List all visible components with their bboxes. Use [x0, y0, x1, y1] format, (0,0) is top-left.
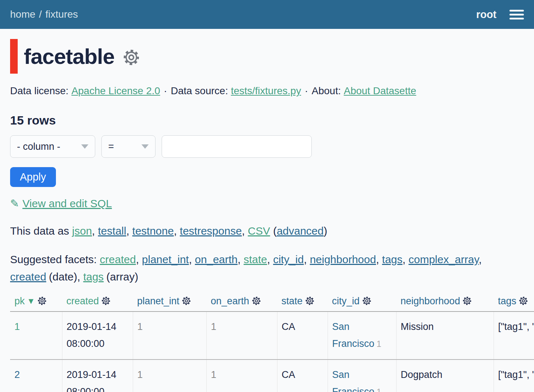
column-header-planet-int: planet_int: [133, 293, 206, 312]
table-row: 1 2019-01-14 08:00:00 1 1 CA San Francis…: [10, 312, 534, 360]
about-label: About:: [312, 85, 341, 96]
cell-neighborhood: Mission: [396, 312, 494, 360]
title-accent-bar: [10, 39, 18, 74]
sort-planet-int-link[interactable]: planet_int: [137, 296, 179, 306]
cell-city-id: San Francisco1: [328, 312, 396, 360]
city-id-link[interactable]: San Francisco: [332, 321, 375, 349]
cell-on-earth: 1: [206, 312, 277, 360]
suggested-facets-row: Suggested facets:created, planet_int, on…: [10, 251, 524, 286]
table-header-row: pk▼ created planet_int on_earth state ci…: [10, 293, 534, 312]
filter-row: - column - =: [10, 135, 524, 158]
facet-tags-array-link[interactable]: tags: [83, 271, 104, 283]
column-header-tags: tags: [494, 293, 534, 312]
city-id-link[interactable]: San Francisco: [332, 369, 375, 392]
column-header-city-id: city_id: [328, 293, 396, 312]
city-id-count: 1: [377, 339, 381, 349]
export-testall-link[interactable]: testall: [98, 225, 126, 237]
facet-complex-array-link[interactable]: complex_array: [408, 253, 479, 265]
user-root-link[interactable]: root: [476, 9, 496, 21]
facet-created-link[interactable]: created: [100, 253, 136, 265]
page-title: facetable: [24, 44, 114, 69]
filter-operator-select[interactable]: =: [101, 135, 156, 158]
about-link[interactable]: About Datasette: [344, 85, 416, 96]
cell-created: 2019-01-14 08:00:00: [62, 312, 133, 360]
column-menu-gear-icon[interactable]: [362, 296, 372, 306]
export-prefix: This data as: [10, 225, 69, 237]
facets-prefix: Suggested facets:: [10, 253, 97, 265]
sort-pk-link[interactable]: pk: [14, 296, 25, 306]
table-row: 2 2019-01-14 08:00:00 1 1 CA San Francis…: [10, 360, 534, 392]
metadata-line: Data license:Apache License 2.0·Data sou…: [10, 85, 524, 97]
breadcrumb: home / fixtures: [10, 9, 78, 20]
sort-state-link[interactable]: state: [281, 296, 303, 306]
pencil-icon: ✎: [10, 197, 19, 209]
column-header-pk: pk▼: [10, 293, 62, 312]
city-id-count: 1: [377, 387, 381, 392]
cell-planet-int: 1: [133, 360, 206, 392]
column-menu-gear-icon[interactable]: [305, 296, 315, 306]
column-menu-gear-icon[interactable]: [518, 296, 528, 306]
hamburger-menu-icon[interactable]: [509, 10, 524, 19]
results-table-container: pk▼ created planet_int on_earth state ci…: [10, 293, 534, 392]
filter-column-value: - column -: [17, 141, 60, 152]
filter-value-input[interactable]: [162, 135, 312, 158]
sort-neighborhood-link[interactable]: neighborhood: [400, 296, 460, 306]
chevron-down-icon: [141, 144, 149, 149]
facet-planet-int-link[interactable]: planet_int: [142, 253, 189, 265]
cell-neighborhood: Dogpatch: [396, 360, 494, 392]
facet-on-earth-link[interactable]: on_earth: [195, 253, 237, 265]
row-pk-link[interactable]: 2: [14, 369, 20, 380]
data-source-link[interactable]: tests/fixtures.py: [231, 85, 301, 96]
filter-operator-value: =: [108, 141, 114, 152]
facet-tags-link[interactable]: tags: [382, 253, 403, 265]
column-menu-gear-icon[interactable]: [462, 296, 472, 306]
table-settings-gear-icon[interactable]: [122, 48, 140, 66]
data-license-link[interactable]: Apache License 2.0: [71, 85, 160, 96]
cell-state: CA: [277, 360, 328, 392]
export-testnone-link[interactable]: testnone: [132, 225, 174, 237]
facet-created-date-link[interactable]: created: [10, 271, 46, 283]
cell-on-earth: 1: [206, 360, 277, 392]
sql-link-row: ✎View and edit SQL: [10, 197, 524, 210]
column-header-on-earth: on_earth: [206, 293, 277, 312]
data-source-label: Data source:: [171, 85, 228, 96]
cell-planet-int: 1: [133, 312, 206, 360]
row-pk-link[interactable]: 1: [14, 321, 20, 332]
column-menu-gear-icon[interactable]: [251, 296, 261, 306]
export-links-row: This data asjson, testall, testnone, tes…: [10, 225, 524, 237]
page-title-row: facetable: [10, 39, 524, 74]
cell-city-id: San Francisco1: [328, 360, 396, 392]
breadcrumb-home-link[interactable]: home: [10, 9, 35, 20]
cell-pk: 1: [10, 312, 62, 360]
apply-button[interactable]: Apply: [10, 167, 56, 187]
facet-neighborhood-link[interactable]: neighborhood: [310, 253, 376, 265]
facet-city-id-link[interactable]: city_id: [273, 253, 304, 265]
filter-column-select[interactable]: - column -: [10, 135, 95, 158]
cell-tags: ["tag1", "tag2"]: [494, 312, 534, 360]
view-edit-sql-link[interactable]: View and edit SQL: [22, 197, 112, 209]
export-testresponse-link[interactable]: testresponse: [180, 225, 242, 237]
column-menu-gear-icon[interactable]: [37, 296, 47, 306]
sort-city-id-link[interactable]: city_id: [332, 296, 360, 306]
sort-tags-link[interactable]: tags: [498, 296, 516, 306]
column-menu-gear-icon[interactable]: [101, 296, 111, 306]
breadcrumb-fixtures-link[interactable]: fixtures: [45, 9, 78, 20]
row-count-heading: 15 rows: [10, 113, 524, 127]
sort-created-link[interactable]: created: [66, 296, 99, 306]
cell-state: CA: [277, 312, 328, 360]
export-advanced-link[interactable]: advanced: [277, 225, 324, 237]
cell-pk: 2: [10, 360, 62, 392]
top-nav-bar: home / fixtures root: [0, 0, 534, 29]
results-table: pk▼ created planet_int on_earth state ci…: [10, 293, 534, 392]
column-header-neighborhood: neighborhood: [396, 293, 494, 312]
export-csv-link[interactable]: CSV: [248, 225, 270, 237]
export-json-link[interactable]: json: [72, 225, 92, 237]
sort-desc-icon: ▼: [27, 296, 35, 306]
chevron-down-icon: [81, 144, 88, 149]
column-header-created: created: [62, 293, 133, 312]
column-menu-gear-icon[interactable]: [181, 296, 191, 306]
facet-state-link[interactable]: state: [244, 253, 267, 265]
data-license-label: Data license:: [10, 85, 69, 96]
cell-tags: ["tag1", "tag3"]: [494, 360, 534, 392]
sort-on-earth-link[interactable]: on_earth: [211, 296, 249, 306]
